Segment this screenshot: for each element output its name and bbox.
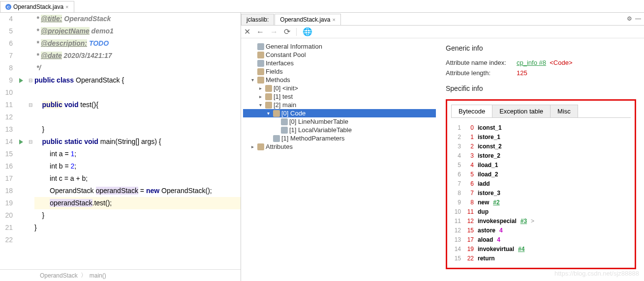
bytecode-tabs: Bytecode Exception table Misc (451, 105, 631, 118)
bytecode-row[interactable]: 21istore_1 (453, 132, 629, 141)
tree-constant-pool[interactable]: Constant Pool (243, 51, 436, 59)
jclasslib-tab-bar: jclasslib: OperandStack.java× ⚙ — (241, 13, 644, 26)
bytecode-row[interactable]: 54iload_1 (453, 160, 629, 169)
tree-method-test[interactable]: ▸[1] test (243, 92, 436, 101)
editor-pane: 45678910111213141516171819202122 ⊟ ⊟ ⊟ *… (0, 13, 241, 281)
tab-exception-table[interactable]: Exception table (492, 105, 551, 117)
bytecode-row[interactable]: 32iconst_2 (453, 141, 629, 151)
run-icon[interactable] (19, 78, 23, 83)
bytecode-row[interactable]: 1215astore 4 (453, 225, 629, 235)
tree-method-params[interactable]: [1] MethodParameters (243, 134, 436, 142)
tree-code-attr[interactable]: ▾[0] Code (243, 109, 436, 117)
run-marker-gutter (16, 13, 27, 269)
globe-icon[interactable]: 🌐 (303, 27, 312, 36)
tab-jclasslib[interactable]: jclasslib: (241, 14, 274, 25)
tab-bytecode[interactable]: Bytecode (451, 105, 492, 117)
bytecode-panel: Bytecode Exception table Misc 10iconst_1… (446, 99, 636, 269)
tree-interfaces[interactable]: Interfaces (243, 59, 436, 67)
tree-attributes[interactable]: ▸Attributes (243, 142, 436, 151)
bytecode-row[interactable]: 1522return (453, 253, 629, 263)
back-icon[interactable]: ← (256, 28, 264, 36)
bytecode-row[interactable]: 76iadd (453, 179, 629, 188)
tab-operandstack-java[interactable]: OperandStack.java × (0, 1, 74, 12)
tab-label: OperandStack.java (13, 3, 63, 10)
attr-name-index-label: Attribute name index: (446, 59, 512, 66)
jclasslib-pane: jclasslib: OperandStack.java× ⚙ — ✕ ← → … (241, 13, 644, 281)
code-body[interactable]: * @title: OperandStack * @projectName de… (34, 13, 241, 269)
fold-toggle[interactable]: ⊟ (27, 136, 34, 148)
minimize-icon[interactable]: — (635, 15, 641, 22)
tree-general-info[interactable]: General Information (243, 42, 436, 51)
tree-methods[interactable]: ▾Methods (243, 76, 436, 84)
tab-jclasslib-file[interactable]: OperandStack.java× (275, 14, 341, 25)
detail-pane: Generic info Attribute name index: cp_in… (438, 38, 644, 281)
tree-lvt[interactable]: [1] LocalVariableTable (243, 126, 436, 134)
tree-lnt[interactable]: [0] LineNumberTable (243, 117, 436, 126)
bytecode-row[interactable]: 1419invokevirtual #4 (453, 244, 629, 253)
close-icon[interactable]: ✕ (244, 27, 250, 36)
line-gutter: 45678910111213141516171819202122 (0, 13, 16, 269)
bytecode-row[interactable]: 10iconst_1 (453, 123, 629, 132)
bytecode-row[interactable]: 1112invokespecial #3 > (453, 216, 629, 225)
bytecode-row[interactable]: 65iload_2 (453, 169, 629, 179)
gear-icon[interactable]: ⚙ (627, 15, 632, 22)
editor-tab-bar: OperandStack.java × (0, 0, 644, 13)
tree-method-main[interactable]: ▾[2] main (243, 101, 436, 109)
tree-fields[interactable]: Fields (243, 67, 436, 76)
generic-info-title: Generic info (446, 44, 636, 52)
tree-method-init[interactable]: ▸[0] <init> (243, 84, 436, 92)
fold-toggle[interactable]: ⊟ (27, 99, 34, 111)
cp-link[interactable]: cp_info #8 (517, 59, 546, 66)
class-tree[interactable]: General Information Constant Pool Interf… (241, 38, 438, 281)
forward-icon[interactable]: → (270, 28, 278, 36)
attr-length-label: Attribute length: (446, 69, 512, 77)
main-area: 45678910111213141516171819202122 ⊟ ⊟ ⊟ *… (0, 13, 644, 281)
close-icon[interactable]: × (65, 4, 68, 10)
java-class-icon (5, 4, 11, 10)
bytecode-row[interactable]: 1317aload 4 (453, 235, 629, 244)
refresh-icon[interactable]: ⟳ (284, 27, 290, 36)
bytecode-list[interactable]: 10iconst_121istore_132iconst_243istore_2… (451, 118, 631, 264)
close-icon[interactable]: × (332, 17, 335, 23)
bytecode-row[interactable]: 1011dup (453, 207, 629, 216)
tab-misc[interactable]: Misc (550, 105, 578, 117)
bytecode-row[interactable]: 43istore_2 (453, 151, 629, 160)
fold-gutter: ⊟ ⊟ ⊟ (27, 13, 34, 269)
code-editor[interactable]: 45678910111213141516171819202122 ⊟ ⊟ ⊟ *… (0, 13, 241, 269)
run-icon[interactable] (19, 140, 23, 144)
jclasslib-toolbar: ✕ ← → ⟳ 🌐 (241, 26, 644, 38)
bytecode-row[interactable]: 87istore_3 (453, 188, 629, 197)
specific-info-title: Specific info (446, 84, 636, 92)
breadcrumb[interactable]: OperandStack〉main() (0, 269, 241, 281)
bytecode-row[interactable]: 98new #2 (453, 197, 629, 207)
attr-length-value: 125 (517, 69, 527, 77)
fold-toggle[interactable]: ⊟ (27, 74, 34, 86)
